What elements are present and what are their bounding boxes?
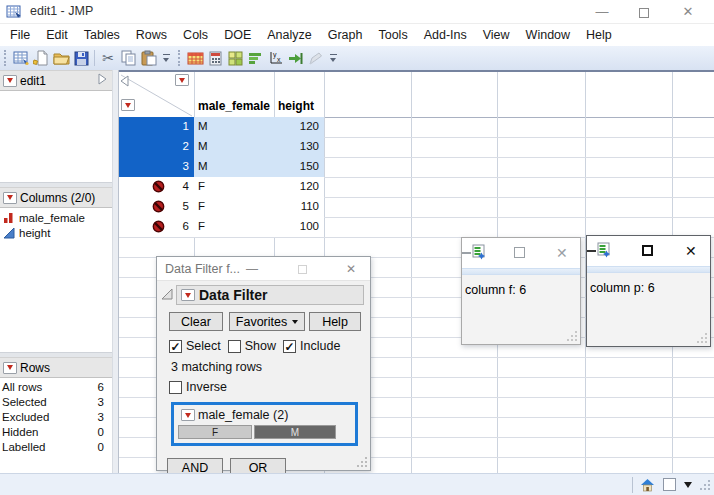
cell-height-4[interactable]: 120 [274, 177, 324, 197]
red-triangle-icon[interactable] [181, 409, 195, 421]
row-header-2[interactable]: 2 [119, 137, 194, 157]
checkbox-select[interactable]: ✓Select [169, 339, 221, 353]
minimize-icon[interactable]: — [586, 0, 618, 24]
row-stat-hidden[interactable]: Hidden0 [2, 425, 110, 440]
columns-menu-icon[interactable] [175, 74, 189, 86]
menu-graph[interactable]: Graph [320, 25, 371, 46]
row-header-6[interactable]: 6 [119, 217, 194, 237]
red-triangle-icon[interactable] [3, 75, 17, 87]
segment-f[interactable]: F [178, 425, 252, 439]
open-folder-icon[interactable] [51, 49, 71, 67]
close-icon[interactable]: ✕ [672, 0, 704, 24]
plot-axes-icon[interactable]: yx [265, 49, 285, 67]
filter-title-bar[interactable]: Data Filter f... — ✕ [157, 257, 370, 281]
menu-file[interactable]: File [2, 25, 38, 46]
menu-tools[interactable]: Tools [370, 25, 415, 46]
row-stat-labelled[interactable]: Labelled0 [2, 440, 110, 455]
checkbox-include[interactable]: ✓Include [283, 339, 340, 353]
maximize-icon[interactable] [514, 247, 525, 258]
rows-menu-icon[interactable] [121, 99, 135, 111]
close-icon[interactable]: ✕ [338, 257, 364, 281]
inverse-checkbox[interactable]: Inverse [169, 380, 370, 394]
row-header-1[interactable]: 1 [119, 117, 194, 137]
title-bar[interactable]: edit1 - JMP — ✕ [0, 0, 714, 24]
outline-disclosure-icon[interactable] [160, 287, 174, 304]
checkbox-show[interactable]: Show [228, 339, 276, 353]
close-icon[interactable]: ✕ [556, 245, 568, 261]
excluded-icon[interactable] [152, 200, 165, 213]
resize-grip[interactable] [566, 330, 578, 342]
menu-edit[interactable]: Edit [38, 25, 76, 46]
column-header-height[interactable]: height [278, 99, 314, 113]
cell-male-female-2[interactable]: M [194, 137, 274, 157]
menu-doe[interactable]: DOE [216, 25, 259, 46]
new-data-table-icon[interactable] [11, 49, 31, 67]
sidebar-splitter[interactable] [112, 70, 119, 473]
popup-title-bar[interactable]: ✕ [462, 238, 580, 268]
toolbar-grip[interactable] [4, 50, 8, 66]
red-triangle-icon[interactable] [181, 289, 195, 301]
column-item-male_female[interactable]: male_female [3, 210, 109, 225]
rows-panel-header[interactable]: Rows [0, 357, 112, 378]
home-icon[interactable] [640, 478, 655, 492]
row-header-3[interactable]: 3 [119, 157, 194, 177]
cell-height-5[interactable]: 110 [274, 197, 324, 217]
cell-male-female-4[interactable]: F [194, 177, 274, 197]
cell-height-1[interactable]: 120 [274, 117, 324, 137]
favorites-button[interactable]: Favorites [229, 312, 305, 331]
row-header-4[interactable]: 4 [119, 177, 194, 197]
join-icon[interactable] [285, 49, 305, 67]
cell-male-female-1[interactable]: M [194, 117, 274, 137]
close-icon[interactable]: ✕ [685, 243, 697, 259]
cell-height-6[interactable]: 100 [274, 217, 324, 237]
toolbar-overflow-icon[interactable] [162, 51, 172, 65]
expand-arrow-icon[interactable] [98, 73, 107, 88]
red-triangle-icon[interactable] [3, 192, 17, 204]
log-window-p[interactable]: ✕ column p: 6 [586, 235, 711, 347]
menu-analyze[interactable]: Analyze [259, 25, 319, 46]
checkbox-icon[interactable] [228, 340, 241, 353]
graph-builder-icon[interactable] [245, 49, 265, 67]
summary-icon[interactable] [205, 49, 225, 67]
popup-title-bar[interactable]: ✕ [587, 236, 710, 266]
column-header-male-female[interactable]: male_female [198, 99, 270, 113]
row-stat-selected[interactable]: Selected3 [2, 395, 110, 410]
columns-panel-header[interactable]: Columns (2/0) [0, 187, 112, 208]
cell-male-female-5[interactable]: F [194, 197, 274, 217]
checkbox-icon[interactable]: ✓ [283, 340, 296, 353]
checkbox-icon[interactable] [169, 381, 182, 394]
red-triangle-icon[interactable] [3, 362, 17, 374]
minimize-icon[interactable]: — [239, 257, 265, 281]
menu-help[interactable]: Help [578, 25, 620, 46]
data-table-icon[interactable] [185, 49, 205, 67]
segment-m[interactable]: M [254, 425, 336, 439]
edit-disabled-icon[interactable] [305, 49, 325, 67]
column-item-height[interactable]: height [3, 225, 109, 240]
row-stat-excluded[interactable]: Excluded3 [2, 410, 110, 425]
help-button[interactable]: Help [309, 312, 361, 331]
menu-rows[interactable]: Rows [128, 25, 175, 46]
toolbar-overflow-icon[interactable] [329, 51, 339, 65]
row-stat-allrows[interactable]: All rows6 [2, 380, 110, 395]
excluded-icon[interactable] [152, 220, 165, 233]
window-resize-grip[interactable] [699, 479, 711, 491]
toolbar-grip[interactable] [178, 50, 182, 66]
maximize-icon[interactable] [642, 245, 653, 256]
selection-box-icon[interactable] [663, 478, 676, 491]
menu-window[interactable]: Window [518, 25, 578, 46]
new-script-icon[interactable] [31, 49, 51, 67]
row-header-5[interactable]: 5 [119, 197, 194, 217]
data-filter-window[interactable]: Data Filter f... — ✕ Data Filter Clear F… [156, 256, 371, 471]
cell-height-2[interactable]: 130 [274, 137, 324, 157]
dropdown-arrow-icon[interactable] [684, 482, 692, 488]
grid-panel-icon[interactable] [225, 49, 245, 67]
menu-view[interactable]: View [475, 25, 518, 46]
checkbox-icon[interactable]: ✓ [169, 340, 182, 353]
menu-tables[interactable]: Tables [76, 25, 128, 46]
resize-grip[interactable] [696, 332, 708, 344]
maximize-icon[interactable] [628, 0, 660, 24]
cell-male-female-6[interactable]: F [194, 217, 274, 237]
clear-button[interactable]: Clear [169, 312, 223, 331]
resize-grip[interactable] [356, 456, 368, 468]
menu-cols[interactable]: Cols [175, 25, 216, 46]
